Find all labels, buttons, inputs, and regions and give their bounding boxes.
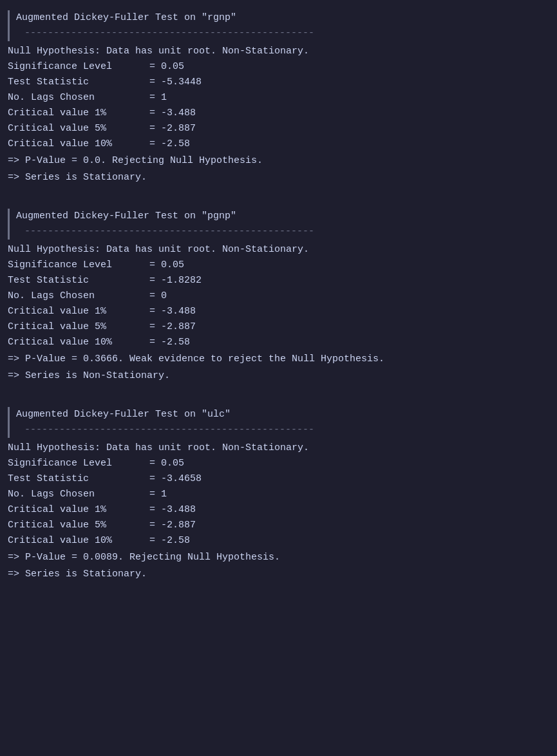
row-label-pgnp-1: Test Statistic <box>8 273 149 288</box>
null-hypothesis-rgnp: Null Hypothesis: Data has unit root. Non… <box>8 44 549 59</box>
row-label-ulc-4: Critical value 5% <box>8 518 149 533</box>
conclusion2-ulc: => Series is Stationary. <box>8 567 549 582</box>
row-value-ulc-1: = -3.4658 <box>149 471 202 487</box>
row-value-rgnp-1: = -5.3448 <box>149 75 202 90</box>
row-value-pgnp-5: = -2.58 <box>149 335 190 350</box>
test-row-rgnp-3: Critical value 1%= -3.488 <box>8 106 549 121</box>
test-title-rgnp: Augmented Dickey-Fuller Test on "rgnp" <box>16 10 549 26</box>
conclusion1-ulc: => P-Value = 0.0089. Rejecting Null Hypo… <box>8 550 549 565</box>
row-label-rgnp-2: No. Lags Chosen <box>8 90 149 106</box>
row-label-rgnp-0: Significance Level <box>8 59 149 75</box>
test-row-pgnp-5: Critical value 10%= -2.58 <box>8 335 549 350</box>
test-body-pgnp: Null Hypothesis: Data has unit root. Non… <box>8 242 549 384</box>
test-header-pgnp: Augmented Dickey-Fuller Test on "pgnp"--… <box>8 209 549 240</box>
test-row-pgnp-1: Test Statistic= -1.8282 <box>8 273 549 288</box>
test-row-rgnp-2: No. Lags Chosen= 1 <box>8 90 549 106</box>
row-label-rgnp-5: Critical value 10% <box>8 137 149 152</box>
test-body-ulc: Null Hypothesis: Data has unit root. Non… <box>8 440 549 582</box>
row-label-pgnp-2: No. Lags Chosen <box>8 288 149 304</box>
row-value-rgnp-5: = -2.58 <box>149 137 190 152</box>
row-label-pgnp-4: Critical value 5% <box>8 319 149 335</box>
row-value-rgnp-2: = 1 <box>149 90 167 106</box>
test-row-rgnp-1: Test Statistic= -5.3448 <box>8 75 549 90</box>
test-divider-pgnp: ----------------------------------------… <box>16 224 549 240</box>
row-label-ulc-3: Critical value 1% <box>8 502 149 518</box>
test-divider-rgnp: ----------------------------------------… <box>16 26 549 41</box>
row-value-rgnp-0: = 0.05 <box>149 59 184 75</box>
test-block-rgnp: Augmented Dickey-Fuller Test on "rgnp"--… <box>8 10 549 185</box>
row-value-pgnp-3: = -3.488 <box>149 304 196 319</box>
test-row-ulc-3: Critical value 1%= -3.488 <box>8 502 549 518</box>
row-value-pgnp-1: = -1.8282 <box>149 273 202 288</box>
conclusion1-rgnp: => P-Value = 0.0. Rejecting Null Hypothe… <box>8 153 549 169</box>
row-label-rgnp-1: Test Statistic <box>8 75 149 90</box>
test-row-ulc-2: No. Lags Chosen= 1 <box>8 487 549 502</box>
test-row-pgnp-0: Significance Level= 0.05 <box>8 258 549 273</box>
test-row-ulc-1: Test Statistic= -3.4658 <box>8 471 549 487</box>
row-label-ulc-5: Critical value 10% <box>8 533 149 549</box>
row-value-pgnp-2: = 0 <box>149 288 167 304</box>
row-value-rgnp-3: = -3.488 <box>149 106 196 121</box>
row-value-ulc-2: = 1 <box>149 487 167 502</box>
test-row-pgnp-4: Critical value 5%= -2.887 <box>8 319 549 335</box>
test-title-pgnp: Augmented Dickey-Fuller Test on "pgnp" <box>16 209 549 224</box>
row-value-pgnp-0: = 0.05 <box>149 258 184 273</box>
test-row-rgnp-5: Critical value 10%= -2.58 <box>8 137 549 152</box>
test-header-ulc: Augmented Dickey-Fuller Test on "ulc"---… <box>8 407 549 438</box>
row-value-ulc-5: = -2.58 <box>149 533 190 549</box>
row-label-pgnp-3: Critical value 1% <box>8 304 149 319</box>
test-row-pgnp-2: No. Lags Chosen= 0 <box>8 288 549 304</box>
test-row-ulc-5: Critical value 10%= -2.58 <box>8 533 549 549</box>
row-value-ulc-3: = -3.488 <box>149 502 196 518</box>
row-label-pgnp-5: Critical value 10% <box>8 335 149 350</box>
test-body-rgnp: Null Hypothesis: Data has unit root. Non… <box>8 44 549 185</box>
row-label-ulc-1: Test Statistic <box>8 471 149 487</box>
row-value-rgnp-4: = -2.887 <box>149 121 196 137</box>
row-label-ulc-0: Significance Level <box>8 456 149 471</box>
row-value-pgnp-4: = -2.887 <box>149 319 196 335</box>
test-row-ulc-4: Critical value 5%= -2.887 <box>8 518 549 533</box>
row-label-ulc-2: No. Lags Chosen <box>8 487 149 502</box>
row-label-pgnp-0: Significance Level <box>8 258 149 273</box>
test-row-rgnp-4: Critical value 5%= -2.887 <box>8 121 549 137</box>
null-hypothesis-pgnp: Null Hypothesis: Data has unit root. Non… <box>8 242 549 258</box>
null-hypothesis-ulc: Null Hypothesis: Data has unit root. Non… <box>8 440 549 456</box>
conclusion2-rgnp: => Series is Stationary. <box>8 170 549 185</box>
row-value-ulc-0: = 0.05 <box>149 456 184 471</box>
test-block-pgnp: Augmented Dickey-Fuller Test on "pgnp"--… <box>8 209 549 384</box>
test-header-rgnp: Augmented Dickey-Fuller Test on "rgnp"--… <box>8 10 549 41</box>
test-block-ulc: Augmented Dickey-Fuller Test on "ulc"---… <box>8 407 549 582</box>
test-title-ulc: Augmented Dickey-Fuller Test on "ulc" <box>16 407 549 422</box>
conclusion2-pgnp: => Series is Non-Stationary. <box>8 368 549 384</box>
test-row-ulc-0: Significance Level= 0.05 <box>8 456 549 471</box>
conclusion1-pgnp: => P-Value = 0.3666. Weak evidence to re… <box>8 352 549 367</box>
row-label-rgnp-4: Critical value 5% <box>8 121 149 137</box>
test-row-pgnp-3: Critical value 1%= -3.488 <box>8 304 549 319</box>
test-row-rgnp-0: Significance Level= 0.05 <box>8 59 549 75</box>
test-divider-ulc: ----------------------------------------… <box>16 422 549 438</box>
main-content: Augmented Dickey-Fuller Test on "rgnp"--… <box>8 10 549 582</box>
row-value-ulc-4: = -2.887 <box>149 518 196 533</box>
row-label-rgnp-3: Critical value 1% <box>8 106 149 121</box>
